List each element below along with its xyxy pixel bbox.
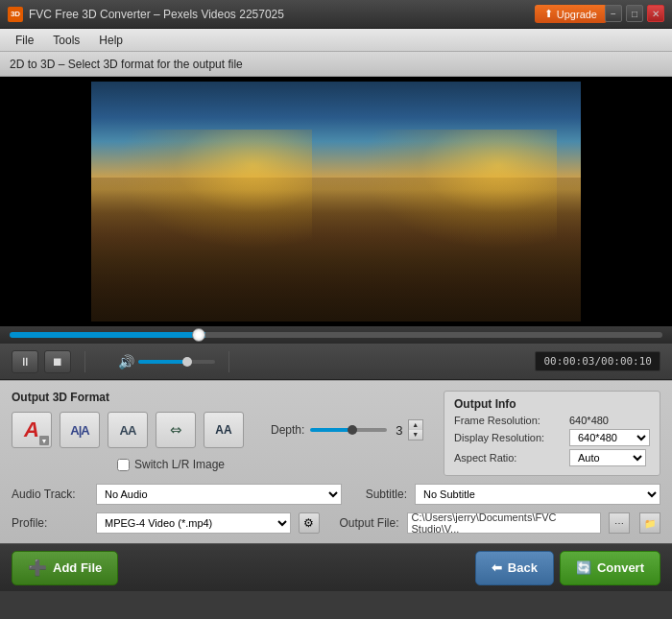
controls-bar: ⏸ ⏹ 🔊 00:00:03/00:00:10 <box>0 344 672 380</box>
profile-settings-button[interactable]: ⚙ <box>299 512 320 534</box>
format-section-label: Output 3D Format <box>12 391 117 404</box>
audio-track-select[interactable]: No Audio <box>96 484 342 505</box>
output-file-label: Output File: <box>327 516 399 530</box>
frame-resolution-value: 640*480 <box>569 415 609 426</box>
format-left: Output 3D Format A ▼ A|A AA ⇔ <box>12 391 432 471</box>
maximize-button[interactable]: □ <box>626 5 643 22</box>
format-btn-anaglyph[interactable]: A ▼ <box>12 412 52 448</box>
minimize-button[interactable]: − <box>605 5 622 22</box>
depth-thumb[interactable] <box>348 425 357 435</box>
display-resolution-label: Display Resolution: <box>454 432 569 443</box>
profile-output-row: Profile: MPEG-4 Video (*.mp4) ⚙ Output F… <box>12 512 660 534</box>
frame-resolution-row: Frame Resolution: 640*480 <box>454 415 650 426</box>
stop-icon: ⏹ <box>52 355 63 369</box>
format-info-row: Output 3D Format A ▼ A|A AA ⇔ <box>12 391 660 476</box>
format-icon-sbs1: A|A <box>70 423 88 438</box>
format-icon-a: A <box>24 417 39 442</box>
time-display: 00:00:03/00:00:10 <box>535 351 660 371</box>
folder-icon: ⋯ <box>614 518 624 529</box>
progress-thumb[interactable] <box>192 328 205 342</box>
play-pause-icon: ⏸ <box>19 355 31 369</box>
play-pause-button[interactable]: ⏸ <box>12 350 38 373</box>
app-icon: 3D <box>8 7 23 22</box>
frame-resolution-label: Frame Resolution: <box>454 415 569 426</box>
depth-area: Depth: 3 ▲ ▼ <box>271 419 423 440</box>
convert-button[interactable]: 🔄 Convert <box>560 551 660 585</box>
switch-lr-checkbox[interactable] <box>117 459 130 471</box>
format-btn-sbs1[interactable]: A|A <box>60 412 100 448</box>
menu-help[interactable]: Help <box>89 32 132 49</box>
menu-tools[interactable]: Tools <box>43 32 89 49</box>
close-button[interactable]: ✕ <box>647 5 664 22</box>
format-icon-sbs2: AA <box>120 423 136 438</box>
add-file-icon: ➕ <box>28 559 47 577</box>
volume-icon: 🔊 <box>118 354 134 369</box>
switch-lr-area: Switch L/R Image <box>117 458 432 471</box>
output-info-panel: Output Info Frame Resolution: 640*480 Di… <box>444 391 660 476</box>
window-title: FVC Free 3D Converter – Pexels Videos 22… <box>29 8 535 21</box>
footer: ➕ Add File ⬅ Back 🔄 Convert <box>0 543 672 591</box>
depth-up-button[interactable]: ▲ <box>409 420 422 430</box>
video-right <box>336 82 581 321</box>
video-area <box>0 77 672 326</box>
back-button[interactable]: ⬅ Back <box>475 551 554 585</box>
depth-label: Depth: <box>271 423 304 437</box>
add-file-button[interactable]: ➕ Add File <box>12 551 118 585</box>
display-resolution-select[interactable]: 640*480 1280*720 1920*1080 <box>569 429 650 446</box>
audio-track-label: Audio Track: <box>12 488 88 501</box>
video-preview <box>91 82 581 321</box>
subtitle-label: Subtitle: <box>349 488 407 501</box>
upgrade-button[interactable]: ⬆ Upgrade <box>535 5 607 23</box>
profile-label: Profile: <box>12 516 88 530</box>
divider-1 <box>84 351 85 372</box>
back-icon: ⬅ <box>492 560 502 575</box>
volume-area: 🔊 <box>118 354 215 369</box>
aspect-ratio-label: Aspect Ratio: <box>454 452 569 464</box>
format-section: A ▼ A|A AA ⇔ AA <box>12 412 432 448</box>
depth-value: 3 <box>396 423 402 438</box>
upgrade-icon: ⬆ <box>544 8 553 20</box>
open-icon: 📁 <box>644 518 656 529</box>
format-btn-depth[interactable]: AA <box>204 412 244 448</box>
settings-panel: Output 3D Format A ▼ A|A AA ⇔ <box>0 380 672 543</box>
title-bar: 3D FVC Free 3D Converter – Pexels Videos… <box>0 0 672 29</box>
stop-button[interactable]: ⏹ <box>44 350 71 373</box>
depth-spin: 3 ▲ ▼ <box>393 419 422 440</box>
toolbar: 2D to 3D – Select 3D format for the outp… <box>0 52 672 77</box>
convert-icon: 🔄 <box>576 560 591 575</box>
depth-spinners: ▲ ▼ <box>408 419 423 440</box>
breadcrumb: 2D to 3D – Select 3D format for the outp… <box>10 58 243 71</box>
format-icon-tb: ⇔ <box>170 421 182 439</box>
video-left <box>91 82 336 321</box>
depth-down-button[interactable]: ▼ <box>409 430 422 440</box>
aspect-ratio-row: Aspect Ratio: Auto 4:3 16:9 <box>454 449 650 466</box>
menu-bar: File Tools Help <box>0 29 672 52</box>
progress-area <box>0 326 672 344</box>
audio-subtitle-row: Audio Track: No Audio Subtitle: No Subti… <box>12 484 660 505</box>
volume-track[interactable] <box>138 360 215 364</box>
format-btn-topbottom[interactable]: ⇔ <box>156 412 196 448</box>
format-dropdown-arrow-a[interactable]: ▼ <box>39 436 49 445</box>
window-controls: − □ ✕ <box>605 5 664 22</box>
profile-select[interactable]: MPEG-4 Video (*.mp4) <box>96 512 291 534</box>
open-folder-button[interactable]: 📁 <box>639 512 660 534</box>
aspect-ratio-select[interactable]: Auto 4:3 16:9 <box>569 449 646 466</box>
switch-lr-label: Switch L/R Image <box>134 458 225 471</box>
format-icon-depth: AA <box>215 423 231 437</box>
gear-icon: ⚙ <box>303 516 314 530</box>
output-file-path: C:\Users\jerry\Documents\FVC Studio\V... <box>407 512 602 534</box>
volume-thumb[interactable] <box>182 357 192 367</box>
subtitle-select[interactable]: No Subtitle <box>415 484 660 505</box>
progress-track[interactable] <box>10 332 662 338</box>
depth-track[interactable] <box>310 428 387 432</box>
display-resolution-row: Display Resolution: 640*480 1280*720 192… <box>454 429 650 446</box>
browse-output-button[interactable]: ⋯ <box>609 512 630 534</box>
menu-file[interactable]: File <box>6 32 43 49</box>
output-info-title: Output Info <box>454 397 650 411</box>
format-btn-sbs2[interactable]: AA <box>108 412 148 448</box>
divider-2 <box>228 351 229 372</box>
